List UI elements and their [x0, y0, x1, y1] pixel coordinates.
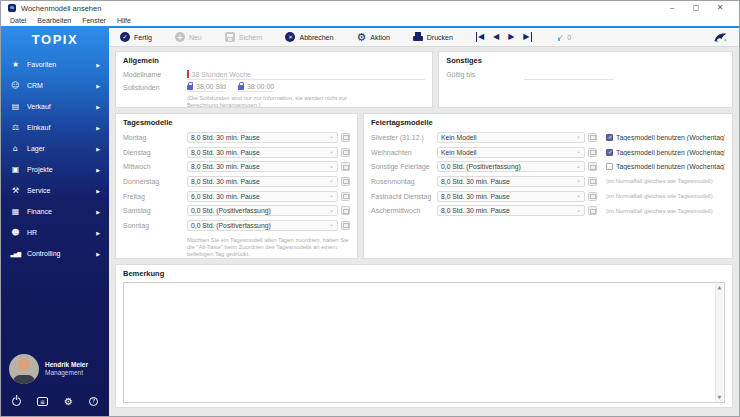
modellname-field[interactable]: 38 Stunden Woche	[187, 69, 425, 80]
first-record-icon[interactable]	[476, 32, 484, 42]
open-model-button[interactable]	[341, 162, 350, 171]
minimize-button[interactable]: –	[660, 1, 684, 15]
extra-label: (im Normalfall gleiches wie Tagesmodell)	[606, 208, 713, 214]
toolbar-button-neu[interactable]: Neu	[175, 32, 202, 42]
toolbar: Fertig Neu Sichern Abbrechen	[109, 26, 739, 47]
toolbar-button-aktion[interactable]: Aktion	[356, 32, 389, 42]
open-model-button[interactable]	[588, 206, 597, 215]
sidebar-item-verkauf[interactable]: Verkauf	[1, 96, 109, 117]
section-allgemein: Allgemein Modellname 38 Stunden Woche So…	[115, 51, 433, 108]
toolbar-button-label: Fertig	[134, 34, 152, 41]
tagesmodell-select-sonntag[interactable]: 0,0 Std. (Positiverfassung)	[187, 220, 338, 231]
open-model-button[interactable]	[588, 148, 597, 157]
toolbar-button-fertig[interactable]: Fertig	[120, 32, 152, 42]
toolbar-button-sichern[interactable]: Sichern	[225, 32, 263, 42]
bemerkung-textarea[interactable]	[123, 282, 725, 403]
sidebar-item-finance[interactable]: Finance	[1, 201, 109, 222]
open-model-button[interactable]	[588, 192, 597, 201]
day-label: Mittwoch	[123, 163, 187, 170]
scrollbar[interactable]	[715, 284, 723, 401]
menu-bearbeiten[interactable]: Bearbeiten	[37, 17, 71, 24]
feiertag-row: Fastnacht Dienstag 8,0 Std. 30 min. Paus…	[371, 189, 725, 204]
tagesmodell-select-dienstag[interactable]: 8,0 Std. 30 min. Pause	[187, 147, 338, 158]
sidebar-item-service[interactable]: Service	[1, 180, 109, 201]
tagesmodell-select-samstag[interactable]: 0,0 Std. (Positiverfassung)	[187, 205, 338, 216]
avatar[interactable]	[9, 354, 39, 384]
menu-fenster[interactable]: Fenster	[82, 17, 106, 24]
tagesmodell-select-mittwoch[interactable]: 8,0 Std. 30 min. Pause	[187, 161, 338, 172]
list-menu-icon[interactable]	[37, 397, 48, 406]
tagesmodell-row: Samstag 0,0 Std. (Positiverfassung)	[123, 203, 350, 218]
help-icon[interactable]	[89, 397, 98, 406]
section-sonstiges: Sonstiges Gültig bis	[438, 51, 733, 108]
feiertag-select-weihnachten[interactable]: Kein Modell	[437, 147, 585, 158]
record-counter: 0	[558, 33, 572, 42]
toolbar-button-label: Sichern	[239, 34, 263, 41]
next-record-icon[interactable]	[508, 32, 514, 42]
gueltig-bis-field[interactable]	[524, 69, 614, 80]
toolbar-button-drucken[interactable]: Drucken	[413, 32, 453, 42]
scroll-down-icon[interactable]	[718, 395, 722, 400]
chevron-down-icon	[576, 193, 581, 200]
menu-hilfe[interactable]: Hilfe	[117, 17, 131, 24]
sales-icon	[10, 102, 21, 111]
feiertag-select-fastnacht-dienstag[interactable]: 8,0 Std. 30 min. Pause	[437, 191, 585, 202]
tagesmodell-select-montag[interactable]: 8,0 Std. 30 min. Pause	[187, 132, 338, 143]
open-model-button[interactable]	[341, 192, 350, 201]
day-label: Freitag	[123, 193, 187, 200]
dolphin-icon[interactable]	[713, 32, 728, 43]
sollstunden-zeit-field[interactable]: 38:00:00	[238, 83, 274, 92]
feiertag-select-aschermittwoch[interactable]: 8,0 Std. 30 min. Pause	[437, 205, 585, 216]
open-model-button[interactable]	[588, 162, 597, 171]
scroll-up-icon[interactable]	[718, 285, 722, 290]
last-record-icon[interactable]	[523, 32, 531, 42]
open-model-button[interactable]	[341, 206, 350, 215]
sidebar-item-crm[interactable]: CRM	[1, 75, 109, 96]
feiertag-select-silvester-31-12[interactable]: Kein Modell	[437, 132, 585, 143]
chevron-right-icon	[96, 209, 100, 215]
sidebar-item-lager[interactable]: Lager	[1, 138, 109, 159]
sidebar-item-projekte[interactable]: Projekte	[1, 159, 109, 180]
app-window: Wochenmodell ansehen – ◻ ✕ Datei Bearbei…	[0, 0, 740, 417]
feiertag-select-rosenmontag[interactable]: 8,0 Std. 30 min. Pause	[437, 176, 585, 187]
tagesmodell-benutzen-checkbox[interactable]	[606, 163, 613, 170]
feiertag-select-sonstige-feiertage[interactable]: 0,0 Std. (Positiverfassung)	[437, 161, 585, 172]
tagesmodell-select-donnerstag[interactable]: 8,0 Std. 30 min. Pause	[187, 176, 338, 187]
open-model-button[interactable]	[341, 148, 350, 157]
open-model-button[interactable]	[341, 133, 350, 142]
open-model-button[interactable]	[341, 177, 350, 186]
sidebar-item-einkauf[interactable]: Einkauf	[1, 117, 109, 138]
sidebar-item-hr[interactable]: HR	[1, 222, 109, 243]
open-model-button[interactable]	[588, 133, 597, 142]
sidebar-item-controlling[interactable]: Controlling	[1, 243, 109, 264]
section-feiertagsmodelle: Feiertagsmodelle Silvester (31.12.) Kein…	[363, 113, 733, 259]
tagesmodell-row: Dienstag 8,0 Std. 30 min. Pause	[123, 145, 350, 160]
section-title: Feiertagsmodelle	[371, 118, 725, 127]
holiday-label: Silvester (31.12.)	[371, 134, 437, 141]
holiday-label: Sonstige Feiertage	[371, 163, 437, 170]
tagesmodell-benutzen-checkbox[interactable]	[606, 149, 613, 156]
chevron-down-icon	[576, 207, 581, 214]
feiertag-row: Aschermittwoch 8,0 Std. 30 min. Pause (i…	[371, 203, 725, 218]
topix-logo: TOPIX	[1, 26, 109, 54]
checkmark-icon	[558, 33, 565, 42]
user-profile[interactable]: Hendrik Meier Management	[7, 354, 103, 384]
close-button[interactable]: ✕	[708, 1, 732, 15]
sollstunden-dezimal-field[interactable]: 38,00 Std	[187, 83, 226, 92]
settings-gear-icon[interactable]	[64, 396, 73, 407]
user-role: Management	[45, 369, 88, 377]
previous-record-icon[interactable]	[493, 32, 499, 42]
menu-datei[interactable]: Datei	[10, 17, 26, 24]
toolbar-button-abbrechen[interactable]: Abbrechen	[285, 32, 333, 42]
tagesmodell-select-freitag[interactable]: 6,0 Std. 30 min. Pause	[187, 191, 338, 202]
power-icon[interactable]	[12, 397, 21, 406]
chevron-down-icon	[576, 178, 581, 185]
open-model-button[interactable]	[341, 221, 350, 230]
sidebar-item-favoriten[interactable]: Favoriten	[1, 54, 109, 75]
plus-circle-icon	[175, 32, 185, 42]
sidebar-item-label: Finance	[27, 208, 52, 215]
chevron-down-icon	[576, 149, 581, 156]
maximize-button[interactable]: ◻	[684, 1, 708, 15]
open-model-button[interactable]	[588, 177, 597, 186]
tagesmodell-benutzen-checkbox[interactable]	[606, 134, 613, 141]
